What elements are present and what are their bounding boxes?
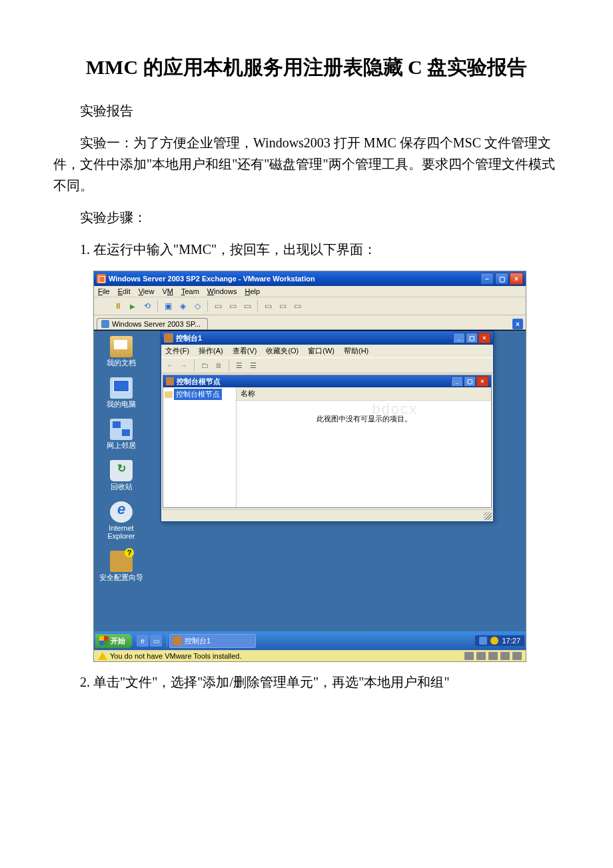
unity-icon[interactable] [276,299,289,313]
status-cd-icon[interactable] [476,652,486,660]
tab-close-icon[interactable]: × [512,319,523,329]
quickswitch-icon[interactable] [291,299,304,313]
quick-launch: e ▭ [134,635,165,647]
reset-icon[interactable] [141,299,154,313]
vmware-tabbar: Windows Server 2003 SP... × [94,315,526,330]
quicklaunch-desktop-icon[interactable]: ▭ [150,635,162,647]
guest-desktop[interactable]: 我的文档 我的电脑 网上邻居 回收站 Internet Explorer 安全配… [94,330,526,650]
child-close-button[interactable]: × [476,376,488,387]
para-step2: 2. 单击"文件"，选择"添加/删除管理单元"，再选"本地用户和组" [53,671,560,693]
quicklaunch-ie-icon[interactable]: e [137,635,149,647]
forward-icon[interactable]: → [178,359,190,371]
snapshot-icon[interactable] [161,299,175,313]
mmc-menu-favorites[interactable]: 收藏夹(O) [266,346,299,356]
security-wizard-icon [110,551,133,572]
mmc-child-window[interactable]: 控制台根节点 _ ▢ × 控制台根节点 名称 [163,375,492,508]
desktop-icon-ie[interactable]: Internet Explorer [98,501,145,540]
mmc-window[interactable]: 控制台1 _ ▢ × 文件(F) 操作(A) 查看(V) 收藏夹(O) 窗口(W… [161,331,494,522]
maximize-button[interactable]: ▢ [495,273,508,285]
fullscreen-icon[interactable] [261,299,275,313]
start-button[interactable]: 开始 [95,634,132,648]
export-icon[interactable] [247,359,259,371]
mmc-menu-help[interactable]: 帮助(H) [344,346,368,356]
mmc-close-button[interactable]: × [478,333,490,343]
mmc-child-title: 控制台根节点 [177,377,221,387]
mmc-statusbar [161,509,493,521]
taskbar-task-mmc[interactable]: 控制台1 [169,634,256,648]
vmware-titlebar[interactable]: Windows Server 2003 SP2 Exchange - VMwar… [94,271,526,286]
up-icon[interactable] [199,359,211,371]
desktop-icon-network[interactable]: 网上邻居 [98,419,145,449]
menu-file[interactable]: File [98,287,110,295]
desktop-icon-mydocs[interactable]: 我的文档 [98,336,145,367]
status-hd-icon[interactable] [464,652,474,660]
menu-view[interactable]: View [139,287,155,295]
close-button[interactable]: × [510,273,523,285]
mmc-menu-view[interactable]: 查看(V) [233,346,257,356]
vmware-title-text: Windows Server 2003 SP2 Exchange - VMwar… [109,275,315,283]
power-off-icon[interactable] [97,299,110,313]
desktop-icon-mycomputer[interactable]: 我的电脑 [98,377,145,408]
computer-icon [110,377,133,399]
column-header-name[interactable]: 名称 [237,387,491,401]
security-label: 安全配置向导 [99,573,143,581]
mydocs-label: 我的文档 [107,359,136,367]
view2-icon[interactable] [226,299,239,313]
doc-title: MMC 的应用本机服务用注册表隐藏 C 盘实验报告 [53,53,560,81]
child-maximize-button[interactable]: ▢ [464,376,476,387]
status-net-icon[interactable] [488,652,498,660]
warning-icon [98,652,107,660]
mmc-menu-window[interactable]: 窗口(W) [308,346,334,356]
system-tray[interactable]: 17:27 [475,635,524,646]
pause-icon[interactable] [111,299,125,313]
tray-network-icon[interactable] [479,637,487,645]
para-step1: 1. 在运行中输入"MMC"，按回车，出现以下界面： [53,239,560,260]
view-icon[interactable] [211,299,225,313]
play-icon[interactable] [126,299,139,313]
desktop-icon-recyclebin[interactable]: 回收站 [98,460,145,491]
mmc-child-titlebar[interactable]: 控制台根节点 _ ▢ × [163,375,491,387]
mmc-tree-pane[interactable]: 控制台根节点 [163,387,237,507]
task-mmc-label: 控制台1 [185,636,211,646]
ie-icon [110,501,133,523]
desktop-icon-security[interactable]: 安全配置向导 [98,551,145,581]
menu-help[interactable]: Help [245,287,260,295]
network-icon [110,419,133,440]
taskbar: 开始 e ▭ 控制台1 17:27 [94,631,526,650]
mmc-menu-file[interactable]: 文件(F) [165,346,189,356]
mmc-title-text: 控制台1 [176,333,202,343]
mmc-minimize-button[interactable]: _ [453,333,465,343]
tab-vm-icon [101,320,109,328]
mmc-titlebar[interactable]: 控制台1 _ ▢ × [161,331,493,345]
tree-root-node[interactable]: 控制台根节点 [174,389,222,400]
refresh-icon[interactable] [233,359,245,371]
mmc-toolbar: ← → [161,357,493,373]
minimize-button[interactable]: – [480,273,494,285]
status-usb-icon[interactable] [512,652,522,660]
resize-grip-icon[interactable] [484,512,492,520]
vm-tab[interactable]: Windows Server 2003 SP... [97,318,208,329]
view3-icon[interactable] [241,299,254,313]
menu-vm[interactable]: VM [162,287,173,295]
revert-icon[interactable] [176,299,189,313]
vmware-menubar: File Edit View VM Team Windows Help [94,286,526,297]
child-minimize-button[interactable]: _ [451,376,463,387]
para-label: 实验报告 [53,100,560,121]
manage-snapshot-icon[interactable] [191,299,204,313]
start-label: 开始 [111,636,125,646]
mmc-menu-action[interactable]: 操作(A) [199,346,223,356]
para-steps-heading: 实验步骤： [53,207,560,228]
tray-clock: 17:27 [502,637,520,645]
back-icon[interactable]: ← [164,359,176,371]
menu-windows[interactable]: Windows [207,287,237,295]
mmc-list-pane[interactable]: 名称 此视图中没有可显示的项目。 [237,387,491,507]
para-exp1: 实验一：为了方便企业管理，Windows2003 打开 MMC 保存四个MSC … [53,132,560,196]
menu-edit[interactable]: Edit [118,287,131,295]
menu-team[interactable]: Team [181,287,199,295]
properties-icon[interactable] [213,359,225,371]
mmc-maximize-button[interactable]: ▢ [466,333,478,343]
status-sound-icon[interactable] [500,652,510,660]
tree-folder-icon [165,391,173,398]
recycle-icon [110,460,133,481]
tray-alert-icon[interactable] [490,637,498,645]
